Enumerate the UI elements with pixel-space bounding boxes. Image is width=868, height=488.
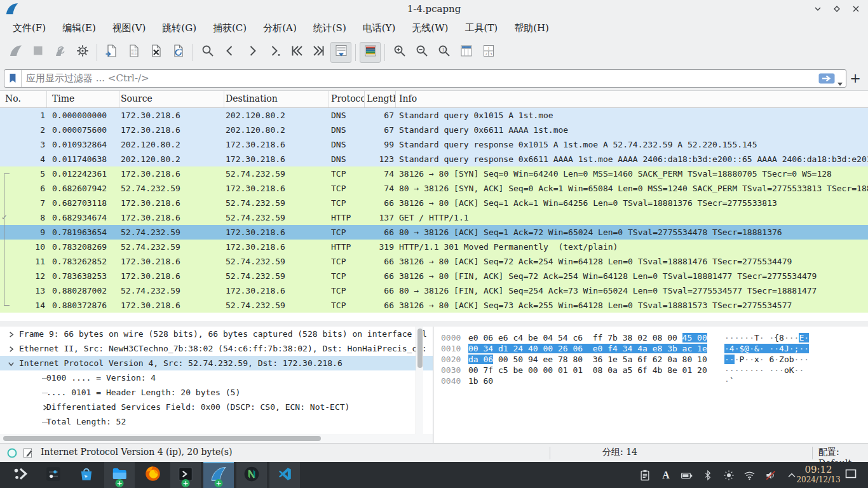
go-first-button[interactable] xyxy=(286,42,307,63)
close-button[interactable] xyxy=(850,3,862,15)
close-file-button[interactable] xyxy=(146,42,166,63)
brightness-icon[interactable] xyxy=(722,468,735,482)
detail-row[interactable]: .... 0101 = Header Length: 20 bytes (5) xyxy=(0,385,433,400)
save-file-button[interactable]: 01010110 xyxy=(123,42,144,63)
packet-row[interactable]: 30.010932864202.120.80.2172.30.218.6DNS9… xyxy=(0,137,868,152)
menu-item-4[interactable]: 捕获(C) xyxy=(205,19,255,37)
taskbar-discover[interactable] xyxy=(71,462,102,488)
menu-item-0[interactable]: 文件(F) xyxy=(4,19,54,37)
capture-comment-icon[interactable] xyxy=(23,447,34,461)
detail-row[interactable]: Internet Protocol Version 4, Src: 52.74.… xyxy=(0,356,433,370)
go-last-button[interactable] xyxy=(308,42,329,63)
clock[interactable]: 09:12 2024/12/13 xyxy=(793,464,844,484)
colorize-packets-button[interactable] xyxy=(360,42,381,63)
clipboard-icon[interactable] xyxy=(638,468,651,482)
capture-options-button[interactable] xyxy=(72,42,93,63)
taskbar-firefox[interactable] xyxy=(137,462,168,488)
menu-item-1[interactable]: 编辑(E) xyxy=(54,19,104,37)
menu-item-6[interactable]: 统计(S) xyxy=(305,19,355,37)
taskbar-terminal[interactable]: + xyxy=(170,462,201,488)
taskbar-file-manager[interactable]: + xyxy=(104,462,135,488)
menu-item-9[interactable]: 工具(T) xyxy=(456,19,506,37)
detail-row[interactable]: Total Length: 52 xyxy=(0,414,433,429)
column-header-info[interactable]: Info xyxy=(396,91,868,107)
show-desktop-button[interactable] xyxy=(845,469,857,482)
auto-scroll-button[interactable] xyxy=(330,42,351,63)
display-filter-input[interactable]: 应用显示过滤器 ... <Ctrl-/> xyxy=(4,69,846,88)
taskbar-vscode[interactable] xyxy=(269,462,300,488)
hex-row[interactable]: 003000 7f c5 be 00 00 01 01 08 0a a5 6f … xyxy=(434,365,868,376)
zoom-in-button[interactable] xyxy=(389,42,410,63)
column-header-no[interactable]: No. xyxy=(0,91,47,107)
packet-row[interactable]: 60.68260794252.74.232.59172.30.218.6TCP7… xyxy=(0,181,868,196)
expander-right-icon[interactable] xyxy=(6,330,15,339)
details-vertical-scrollbar[interactable] xyxy=(416,327,423,434)
menu-item-7[interactable]: 电话(Y) xyxy=(355,19,404,37)
hex-row[interactable]: 0020da 06 00 50 94 ee 78 80 36 1e 5a 6f … xyxy=(434,354,868,365)
menu-item-3[interactable]: 跳转(G) xyxy=(154,19,205,37)
menu-item-2[interactable]: 视图(V) xyxy=(104,19,154,37)
detail-row[interactable]: 0100 .... = Version: 4 xyxy=(0,370,433,385)
filter-bookmark-icon[interactable] xyxy=(4,70,22,87)
expander-right-icon[interactable] xyxy=(40,403,49,412)
scrollbar-handle[interactable] xyxy=(417,329,423,368)
go-back-button[interactable] xyxy=(219,42,240,63)
column-header-time[interactable]: Time xyxy=(47,91,119,107)
scrollbar-handle[interactable] xyxy=(3,436,321,441)
packet-row[interactable]: 20.000075600172.30.218.6202.120.80.2DNS6… xyxy=(0,123,868,137)
packet-row[interactable]: 130.88028700252.74.232.59172.30.218.6TCP… xyxy=(0,283,868,298)
taskbar-wireshark[interactable]: + xyxy=(203,462,234,488)
zoom-reset-button[interactable]: 1 xyxy=(433,42,454,63)
menu-item-8[interactable]: 无线(W) xyxy=(403,19,456,37)
maximize-button[interactable] xyxy=(831,3,843,15)
packet-row[interactable]: 10.000000000172.30.218.6202.120.80.2DNS6… xyxy=(0,108,868,123)
packet-row[interactable]: 70.682703118172.30.218.652.74.232.59TCP6… xyxy=(0,196,868,210)
details-horizontal-scrollbar[interactable] xyxy=(0,434,433,443)
battery-icon[interactable] xyxy=(680,468,693,482)
column-header-length[interactable]: Length xyxy=(365,91,396,107)
minimize-button[interactable] xyxy=(812,3,824,15)
reload-file-button[interactable] xyxy=(168,42,189,63)
wifi-icon[interactable] xyxy=(743,468,756,482)
filter-add-button[interactable]: + xyxy=(846,69,864,88)
detail-row[interactable]: Frame 9: 66 bytes on wire (528 bits), 66… xyxy=(0,327,433,341)
open-file-button[interactable] xyxy=(101,42,122,63)
zoom-out-button[interactable] xyxy=(411,42,432,63)
taskbar-app-launcher[interactable] xyxy=(5,462,36,488)
find-packet-button[interactable] xyxy=(197,42,218,63)
packet-row[interactable]: 140.880372876172.30.218.652.74.232.59TCP… xyxy=(0,298,868,313)
column-header-destination[interactable]: Destination xyxy=(224,91,329,107)
packet-row[interactable]: 40.011740638202.120.80.2172.30.218.6DNS1… xyxy=(0,152,868,166)
input-method-icon[interactable]: A xyxy=(659,468,672,482)
start-capture-button[interactable] xyxy=(5,42,26,63)
expander-down-icon[interactable] xyxy=(6,359,15,368)
pane-splitter[interactable] xyxy=(0,321,868,327)
stop-capture-button[interactable] xyxy=(27,42,48,63)
hex-row[interactable]: 001000 34 d1 24 40 00 26 06 e0 f4 34 4a … xyxy=(434,343,868,354)
go-forward-button[interactable] xyxy=(241,42,262,63)
go-to-packet-button[interactable] xyxy=(264,42,285,63)
volume-muted-icon[interactable] xyxy=(764,468,777,482)
expander-right-icon[interactable] xyxy=(6,344,15,353)
packet-row[interactable]: 100.78320826952.74.232.59172.30.218.6HTT… xyxy=(0,240,868,254)
expert-info-icon[interactable] xyxy=(6,447,18,461)
taskbar-system-settings[interactable] xyxy=(38,462,69,488)
resize-columns-button[interactable] xyxy=(456,42,477,63)
detail-row[interactable]: Ethernet II, Src: NewH3CTechno_7b:38:02 … xyxy=(0,341,433,356)
filter-dropdown-caret-icon[interactable] xyxy=(837,77,843,89)
hex-row[interactable]: 00401b 60·` xyxy=(434,376,868,386)
packet-row[interactable]: 50.012242361172.30.218.652.74.232.59TCP7… xyxy=(0,166,868,181)
hex-row[interactable]: 0000e0 06 e6 c4 be 04 54 c6 ff 7b 38 02 … xyxy=(434,332,868,343)
detail-row[interactable]: Differentiated Services Field: 0x00 (DSC… xyxy=(0,400,433,414)
packet-row[interactable]: 80.682934674172.30.218.652.74.232.59HTTP… xyxy=(0,210,868,225)
taskbar-neovim[interactable] xyxy=(236,462,267,488)
menu-item-5[interactable]: 分析(A) xyxy=(255,19,305,37)
packet-row[interactable]: 120.783638253172.30.218.652.74.232.59TCP… xyxy=(0,269,868,283)
restart-capture-button[interactable] xyxy=(50,42,71,63)
layout-123-button[interactable]: 123 xyxy=(478,42,499,63)
column-header-source[interactable]: Source xyxy=(119,91,224,107)
bluetooth-icon[interactable] xyxy=(701,468,714,482)
menu-item-10[interactable]: 帮助(H) xyxy=(506,19,557,37)
column-header-protocol[interactable]: Protocol xyxy=(329,91,365,107)
filter-apply-button[interactable] xyxy=(818,73,835,86)
